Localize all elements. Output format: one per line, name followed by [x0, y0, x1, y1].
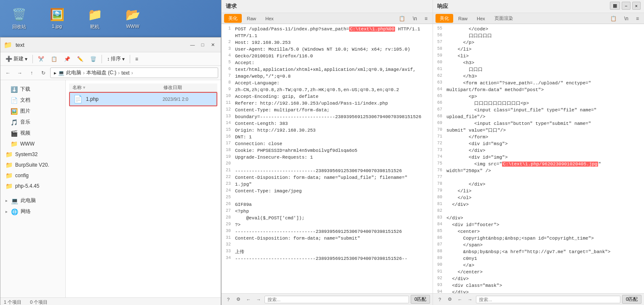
request-search-input[interactable]	[265, 296, 409, 303]
request-back-btn[interactable]: ←	[244, 295, 253, 304]
response-tab-render[interactable]: 页面渲染	[490, 14, 517, 23]
address-bar[interactable]: ▸ 💻 此电脑 › 本地磁盘 (C:) › text ›	[50, 67, 218, 78]
resp-content-70: submit" value="口口"/>	[445, 127, 644, 134]
response-forward-btn[interactable]: →	[466, 295, 474, 304]
delete-button[interactable]: 🗑️	[88, 55, 99, 63]
request-forward-btn[interactable]: →	[254, 295, 263, 304]
sidebar-item-videos[interactable]: 🎬 视频	[2, 128, 64, 138]
code-line-8: 8 Accept-Language:	[222, 80, 433, 86]
sidebar-item-download[interactable]: ⬇️ 下载	[2, 84, 64, 94]
sidebar-item-network[interactable]: ▸ 🌐 网络	[2, 206, 64, 217]
line-num-11: 11	[222, 100, 233, 107]
response-match-btn[interactable]: 0匹配	[622, 295, 641, 304]
resp-content-86: Copyright&nbsp;&nbsp;<span id="copyright…	[445, 235, 644, 242]
paste-button[interactable]: 📌	[61, 55, 73, 63]
line-num-6: 6	[222, 66, 233, 73]
response-back-btn[interactable]: ←	[456, 295, 464, 304]
line-content-14: Content-Length: 383	[233, 120, 433, 127]
resp-line-83: 83 </div>	[433, 215, 644, 221]
response-search-input[interactable]	[476, 296, 620, 303]
response-tab-beautify[interactable]: 美化	[436, 14, 453, 23]
resp-content-82	[445, 208, 644, 215]
folder-title-icon: 📁	[4, 41, 12, 49]
resp-content-80: </ol>	[445, 194, 644, 201]
response-copy-icon[interactable]: 📋	[608, 15, 619, 22]
request-code-area: 1 POST /upload/Pass-11/index.php?save_pa…	[222, 24, 433, 293]
desktop-icon-recycle[interactable]: 🗑️ 回收站	[4, 4, 34, 32]
sidebar-item-system32[interactable]: 📁 System32	[2, 149, 64, 159]
desktop-icon-folder-www[interactable]: 📂 WWW	[118, 4, 147, 32]
forward-button[interactable]: →	[15, 68, 25, 78]
fe-title-left: 📁 text	[4, 41, 24, 49]
maximize-button[interactable]: □	[198, 40, 207, 49]
resp-line-72: 72 <div id="msg">	[433, 140, 644, 147]
line-content-1: POST /upload/Pass-11/index.php?save_path…	[233, 26, 433, 32]
new-button[interactable]: ➕ 新建 ▾	[3, 54, 30, 64]
sidebar-item-docs[interactable]: 📄 文档	[2, 95, 64, 105]
sidebar-music-label: 音乐	[20, 119, 30, 126]
desktop-icon-folder-src[interactable]: 📁 靶机	[80, 4, 110, 32]
line-content-29: ?>	[233, 221, 433, 228]
sidebar-item-burpsuite[interactable]: 📁 BurpSuite V20.	[2, 160, 64, 170]
request-settings-btn[interactable]: ⚙	[234, 295, 243, 304]
column-header: 名称 ▾ 修改日期	[69, 84, 217, 92]
line-num-1: 1	[222, 26, 233, 32]
line-num-22: 22	[222, 174, 233, 181]
burp-minus-button[interactable]: −	[622, 2, 630, 10]
thispc-icon: 💻	[11, 197, 18, 204]
burp-close-button[interactable]: ×	[632, 2, 641, 10]
request-tab-raw[interactable]: Raw	[243, 15, 260, 22]
resp-num-86: 86	[433, 235, 445, 242]
line-content-33: 上传	[233, 248, 433, 255]
sidebar-item-www[interactable]: 📁 WWW	[2, 139, 64, 149]
fe-content: ⬇️ 下载 📄 文档 🖼️ 图片 🎵 音乐 🎬 视频	[0, 80, 221, 297]
response-panel: 响应 美化 Raw Hex 页面渲染 📋 \n ≡ 55 </	[433, 0, 644, 305]
resp-line-63: 63 <form action="?save_path=../upload/" …	[433, 80, 644, 86]
request-newline-btn[interactable]: \n	[410, 15, 420, 22]
sidebar-item-php[interactable]: 📁 php-5.4.45	[2, 181, 64, 191]
response-tab-hex[interactable]: Hex	[473, 15, 489, 22]
copy-button[interactable]: 📋	[48, 55, 60, 63]
sidebar-item-music[interactable]: 🎵 音乐	[2, 117, 64, 127]
response-help-btn[interactable]: ?	[436, 295, 444, 304]
rename-button[interactable]: ✏️	[75, 55, 86, 63]
line-num-33: 33	[222, 248, 233, 255]
response-newline-btn[interactable]: \n	[622, 15, 631, 22]
sidebar-item-thispc[interactable]: ▸ 💻 此电脑	[2, 195, 64, 206]
resp-line-55: 55 </code>	[433, 26, 644, 32]
resp-num-87: 87	[433, 242, 445, 248]
copy-icon: 📋	[51, 56, 57, 62]
network-icon: 🌐	[11, 208, 18, 215]
view-menu-button[interactable]: ≡	[133, 55, 141, 63]
folder-src-label: 靶机	[90, 24, 99, 30]
file-item-1php[interactable]: 📄 1.php 2023/9/1 2:0	[69, 92, 217, 106]
line-content-34: -----------------------------23893956912…	[233, 255, 433, 262]
request-help-btn[interactable]: ?	[224, 295, 232, 304]
cut-button[interactable]: ✂️	[35, 55, 47, 63]
sort-button[interactable]: ↕️ 排序 ▾	[104, 54, 127, 64]
minimize-button[interactable]: —	[188, 40, 197, 49]
response-menu-btn[interactable]: ≡	[633, 15, 641, 22]
line-num-5: 5	[222, 59, 233, 66]
burp-window: ▦ − × 请求 美化 Raw Hex 📋 \n ≡	[221, 0, 644, 305]
col-name-header: 名称 ▾	[72, 84, 163, 91]
refresh-button[interactable]: ↻	[38, 68, 48, 78]
resp-num-81: 81	[433, 201, 445, 208]
request-tab-beautify[interactable]: 美化	[224, 14, 242, 23]
back-button[interactable]: ←	[3, 68, 13, 78]
up-button[interactable]: ↑	[27, 68, 37, 78]
request-copy-icon[interactable]: 📋	[396, 15, 408, 22]
burp-grid-button[interactable]: ▦	[610, 2, 620, 10]
sidebar-item-pictures[interactable]: 🖼️ 图片	[2, 106, 64, 116]
request-match-btn[interactable]: 0匹配	[411, 295, 430, 304]
response-settings-btn[interactable]: ⚙	[446, 295, 454, 304]
request-tab-hex[interactable]: Hex	[261, 15, 278, 22]
close-button[interactable]: ✕	[208, 40, 217, 49]
request-menu-btn[interactable]: ≡	[422, 15, 430, 22]
sidebar-item-config[interactable]: 📁 config	[2, 170, 64, 181]
desktop-icon-image[interactable]: 🖼️ 1.jpg	[42, 4, 72, 32]
code-line-17: 17 Connection: close	[222, 140, 433, 147]
path-pc-icon: 💻	[58, 70, 64, 76]
response-tab-raw[interactable]: Raw	[454, 15, 472, 22]
resp-content-74: <div id="img">	[445, 154, 644, 161]
